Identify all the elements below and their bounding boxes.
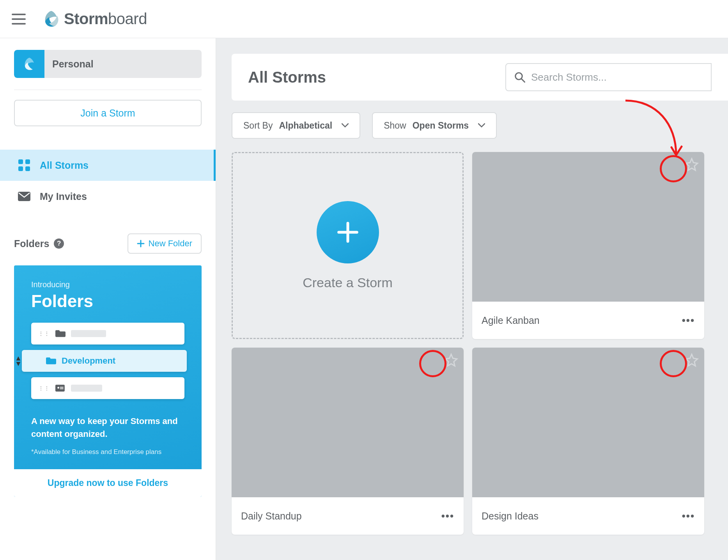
- nav-all-storms-label: All Storms: [40, 160, 89, 171]
- page-title: All Storms: [248, 69, 490, 86]
- search-input[interactable]: [531, 71, 703, 83]
- new-folder-label: New Folder: [149, 238, 192, 249]
- promo-upgrade-link[interactable]: Upgrade now to use Folders: [14, 469, 202, 497]
- title-bar: All Storms: [232, 54, 728, 101]
- storm-title: Daily Standup: [241, 511, 302, 522]
- logo-text-bold: Storm: [64, 10, 108, 27]
- app-header: Stormboard: [0, 0, 728, 38]
- favorite-star-icon[interactable]: [685, 157, 699, 171]
- favorite-star-icon[interactable]: [685, 353, 699, 367]
- storm-preview: [472, 348, 704, 497]
- envelope-icon: [18, 190, 30, 203]
- promo-subtitle: Introducing: [31, 280, 184, 289]
- help-icon[interactable]: ?: [54, 238, 64, 249]
- promo-dev-label: Development: [62, 356, 115, 366]
- promo-note: *Available for Business and Enterprise p…: [31, 448, 184, 456]
- more-menu-icon[interactable]: •••: [682, 510, 695, 522]
- show-dropdown[interactable]: Show Open Storms: [372, 112, 497, 139]
- sort-dropdown[interactable]: Sort By Alphabetical: [232, 112, 360, 139]
- move-arrows-icon: ▲▼: [15, 356, 22, 366]
- chevron-down-icon: [478, 123, 485, 128]
- search-field-wrap[interactable]: [505, 63, 712, 91]
- svg-rect-0: [18, 159, 23, 164]
- show-label: Show: [384, 120, 406, 131]
- logo-text: Stormboard: [64, 10, 147, 28]
- plus-icon: [137, 240, 145, 247]
- workspace-icon: [14, 50, 44, 78]
- svg-line-10: [521, 79, 524, 82]
- grid-icon: [18, 159, 30, 171]
- storm-card[interactable]: Design Ideas •••: [472, 348, 704, 535]
- storm-card[interactable]: Agile Kanban •••: [472, 152, 704, 339]
- logo-mark-icon: [41, 9, 61, 29]
- main-content: All Storms Sort By Alphabetical Show Ope…: [216, 38, 728, 560]
- logo-text-rest: board: [108, 10, 147, 27]
- svg-rect-2: [18, 166, 23, 171]
- promo-title: Folders: [31, 291, 184, 311]
- nav-my-invites-label: My Invites: [40, 191, 87, 202]
- folders-promo-card: Introducing Folders ⋮⋮ ▲▼ ⋮⋮ Development: [14, 265, 202, 497]
- workspace-label: Personal: [44, 58, 94, 70]
- show-value: Open Storms: [413, 120, 469, 131]
- app-logo[interactable]: Stormboard: [41, 9, 147, 29]
- svg-rect-7: [60, 387, 64, 388]
- svg-rect-3: [25, 166, 30, 171]
- svg-point-6: [57, 387, 59, 389]
- sort-label: Sort By: [243, 120, 273, 131]
- plus-circle-icon: [317, 201, 379, 263]
- favorite-star-icon[interactable]: [444, 353, 458, 367]
- create-storm-label: Create a Storm: [303, 275, 393, 290]
- more-menu-icon[interactable]: •••: [441, 510, 454, 522]
- nav-all-storms[interactable]: All Storms: [0, 150, 216, 181]
- sidebar: Personal Join a Storm All Storms: [0, 38, 216, 560]
- storm-title: Agile Kanban: [482, 315, 540, 326]
- storm-title: Design Ideas: [482, 511, 538, 522]
- nav-my-invites[interactable]: My Invites: [0, 181, 216, 212]
- storm-preview: [472, 152, 704, 302]
- promo-description: A new way to keep your Storms and conten…: [31, 415, 184, 440]
- create-storm-card[interactable]: Create a Storm: [232, 152, 464, 339]
- search-icon: [514, 71, 526, 83]
- chevron-down-icon: [342, 123, 349, 128]
- more-menu-icon[interactable]: •••: [682, 314, 695, 327]
- svg-rect-4: [18, 192, 30, 201]
- storm-card[interactable]: Daily Standup •••: [232, 348, 464, 535]
- svg-rect-5: [55, 385, 65, 391]
- join-storm-button[interactable]: Join a Storm: [14, 100, 202, 126]
- svg-rect-8: [60, 389, 64, 389]
- storm-preview: [232, 348, 464, 497]
- menu-hamburger-icon[interactable]: [12, 14, 26, 25]
- sidebar-divider: [14, 90, 202, 90]
- promo-folder-illustration: ⋮⋮ ▲▼ ⋮⋮ Development ⋮⋮: [31, 323, 184, 399]
- new-folder-button[interactable]: New Folder: [128, 233, 202, 254]
- workspace-selector[interactable]: Personal: [14, 50, 202, 78]
- svg-rect-1: [25, 159, 30, 164]
- folders-heading: Folders ?: [14, 238, 64, 249]
- sort-value: Alphabetical: [279, 120, 332, 131]
